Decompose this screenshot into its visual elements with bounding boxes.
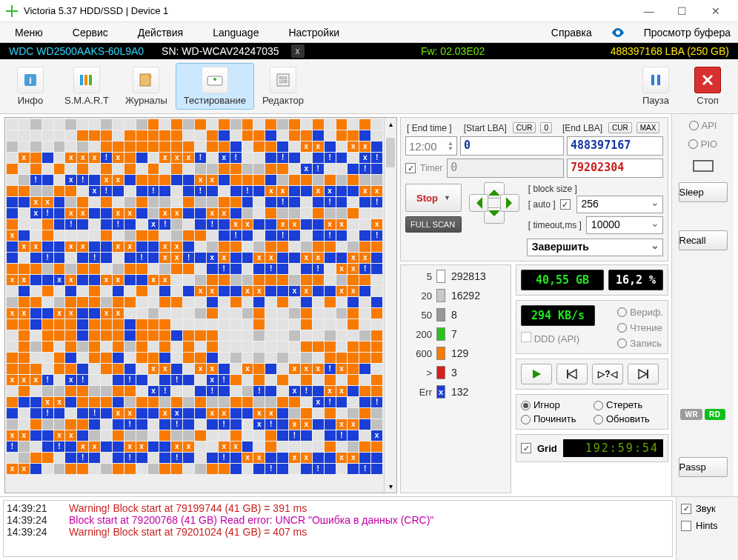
current-lba-display: 79202304 [567, 159, 663, 178]
block-cell [101, 197, 112, 207]
sound-checkbox[interactable]: ✓Звук [681, 503, 734, 514]
block-cell [242, 275, 253, 285]
read-radio[interactable]: Чтение [617, 322, 663, 333]
block-cell [7, 264, 18, 274]
menu-help[interactable]: Справка [536, 22, 607, 42]
block-cell [7, 219, 18, 230]
block-cell [265, 341, 276, 352]
start-lba-input[interactable]: 0 [460, 136, 564, 156]
pause-button[interactable]: Пауза [630, 63, 682, 110]
block-cell [277, 419, 288, 430]
block-cell [77, 119, 88, 130]
ignore-radio[interactable]: Игнор [521, 399, 591, 410]
block-cell [124, 253, 136, 263]
verify-radio[interactable]: Вериф. [617, 307, 663, 318]
scroll-up-icon[interactable]: ▴ [385, 118, 396, 130]
stop-button[interactable]: Стоп [682, 63, 734, 110]
block-cell [301, 197, 312, 207]
auto-checkbox[interactable]: ✓ [560, 199, 571, 210]
block-cell [124, 330, 136, 341]
passp-button[interactable]: Passp [679, 457, 728, 477]
grid-checkbox[interactable]: ✓ [521, 443, 531, 453]
hints-checkbox[interactable]: Hints [681, 520, 734, 531]
pio-radio[interactable]: PIO [688, 139, 717, 150]
block-size-select[interactable]: 256 [576, 196, 663, 213]
block-cell [277, 241, 288, 252]
block-cell [371, 119, 382, 130]
scroll-down-icon[interactable]: ▾ [385, 480, 396, 493]
tab-editor[interactable]: 01011100 Редактор [254, 63, 312, 110]
erase-radio[interactable]: Стереть [594, 399, 663, 410]
menu-language[interactable]: Language [198, 22, 273, 42]
tab-smart[interactable]: S.M.A.R.T [56, 63, 117, 110]
maximize-button[interactable]: ☐ [665, 0, 699, 22]
block-cell [336, 453, 348, 463]
cur2-button[interactable]: CUR [608, 122, 632, 133]
zero-button[interactable]: 0 [540, 122, 552, 133]
block-cell [289, 353, 300, 363]
block-cell [253, 164, 265, 174]
timer-checkbox[interactable]: ✓ [405, 163, 416, 173]
menu-service[interactable]: Сервис [58, 22, 123, 42]
sleep-button[interactable]: Sleep [679, 182, 728, 202]
end-time-input[interactable]: 12:00 [409, 140, 437, 153]
block-cell [253, 319, 265, 330]
block-cell [171, 353, 182, 363]
close-icon[interactable]: x [291, 44, 305, 58]
step-back-button[interactable] [556, 364, 588, 384]
block-cell [171, 386, 182, 396]
end-lba-input[interactable]: 488397167 [567, 136, 663, 156]
nav-left-icon[interactable] [471, 197, 482, 209]
tab-info[interactable]: i Инфо [4, 63, 56, 110]
block-cell [289, 230, 300, 241]
block-cell [253, 408, 265, 419]
block-cell [89, 419, 100, 430]
block-cell [348, 453, 359, 463]
nav-down-icon[interactable] [488, 210, 500, 222]
step-fwd-button[interactable] [628, 364, 659, 384]
block-cell [159, 397, 170, 407]
menu-settings[interactable]: Настройки [273, 22, 354, 42]
block-cell [171, 130, 182, 141]
refresh-radio[interactable]: Обновить [594, 413, 663, 424]
scroll-thumb[interactable] [386, 138, 395, 167]
close-button[interactable]: ✕ [699, 0, 732, 22]
repair-radio[interactable]: Починить [521, 413, 591, 424]
menu-buffer-view[interactable]: Просмотр буфера [629, 22, 738, 42]
write-radio[interactable]: Запись [617, 338, 663, 349]
tab-journals[interactable]: Журналы [117, 63, 176, 110]
max-button[interactable]: MAX [636, 122, 660, 133]
block-cell [242, 375, 253, 385]
nav-up-icon[interactable] [488, 184, 500, 196]
action-select[interactable]: Завершить [527, 239, 663, 256]
play-button[interactable] [521, 364, 552, 384]
minimize-button[interactable]: — [632, 0, 665, 22]
log-area[interactable]: 14:39:21Warning! Block start at 79199744… [3, 500, 673, 557]
legend-cell: 16292 [451, 290, 506, 301]
menu-actions[interactable]: Действия [123, 22, 198, 42]
nav-right-icon[interactable] [506, 197, 518, 209]
cur-button[interactable]: CUR [513, 122, 536, 133]
block-cell [148, 141, 159, 152]
svg-rect-10 [651, 75, 654, 85]
block-cell [336, 353, 348, 363]
block-cell [336, 408, 348, 419]
block-cell [325, 464, 336, 474]
block-cell [265, 175, 276, 185]
blockmap-scrollbar[interactable]: ▴ ▾ [384, 118, 396, 493]
block-cell [54, 430, 65, 441]
block-cell [171, 375, 182, 385]
tab-testing[interactable]: Тестирование [176, 63, 254, 110]
block-cell [301, 208, 312, 219]
scan-stop-button[interactable]: Stop ▼ [405, 184, 462, 212]
menu-menu[interactable]: Меню [0, 22, 58, 42]
block-cell [7, 241, 18, 252]
block-cell [277, 341, 288, 352]
recall-button[interactable]: Recall [679, 230, 728, 250]
timeout-select[interactable]: 10000 [586, 216, 663, 234]
nav-diamond[interactable] [471, 184, 518, 222]
api-radio[interactable]: API [689, 120, 717, 131]
legend-cell: 20 [405, 290, 436, 301]
full-scan-button[interactable]: FULL SCAN [405, 216, 462, 233]
random-button[interactable]: ▷?◁ [592, 364, 623, 384]
